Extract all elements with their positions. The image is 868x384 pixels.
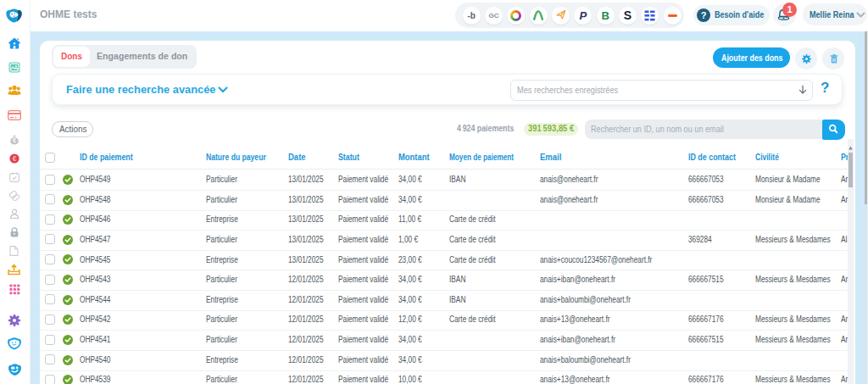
svg-text:€: € (13, 154, 17, 163)
svg-text:€: € (13, 137, 16, 143)
